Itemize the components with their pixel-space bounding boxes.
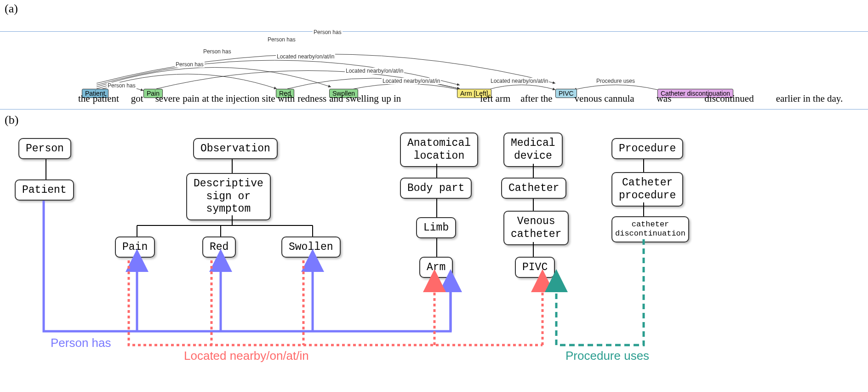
node-swollen: Swollen bbox=[281, 236, 341, 258]
node-med-device: Medical device bbox=[503, 133, 563, 167]
node-pain: Pain bbox=[115, 236, 155, 258]
arc-person-has-2: Person has bbox=[175, 61, 205, 68]
panel-b: Person Patient Observation Descriptive s… bbox=[0, 129, 868, 391]
panel-b-label: (b) bbox=[5, 113, 18, 127]
node-limb: Limb bbox=[416, 217, 456, 238]
arc-proc-uses: Procedure uses bbox=[595, 78, 636, 84]
tok-got: got bbox=[131, 93, 143, 104]
arc-person-has-4: Person has bbox=[267, 36, 297, 43]
tok-the: the bbox=[78, 93, 90, 104]
arc-person-has-3: Person has bbox=[202, 48, 232, 55]
tok-severe: severe bbox=[155, 93, 180, 104]
node-venous-cath: Venous catheter bbox=[503, 211, 569, 245]
tok-venous: venous cannula bbox=[575, 93, 634, 104]
tok-was: was bbox=[657, 93, 672, 104]
arc-person-has-5: Person has bbox=[313, 29, 343, 35]
node-red: Red bbox=[202, 236, 236, 258]
node-patient: Patient bbox=[15, 179, 74, 201]
node-anat-loc: Anatomical location bbox=[400, 133, 478, 167]
tok-and: and bbox=[329, 93, 343, 104]
panel-a-label: (a) bbox=[5, 2, 18, 16]
node-person: Person bbox=[18, 138, 71, 159]
node-cath-proc: Catheter procedure bbox=[611, 172, 683, 207]
node-catheter: Catheter bbox=[501, 178, 566, 199]
tok-swelling: swelling bbox=[346, 93, 379, 104]
node-cath-disc-leaf: catheter discontinuation bbox=[611, 216, 689, 242]
arc-person-has-1: Person has bbox=[107, 82, 137, 89]
node-procedure: Procedure bbox=[611, 138, 683, 159]
tok-disc: discontinued bbox=[704, 93, 754, 104]
arc-located-4: Located nearby/on/at/in bbox=[490, 78, 549, 84]
legend-proc-uses: Procedure uses bbox=[565, 349, 649, 363]
node-body-part: Body part bbox=[400, 178, 472, 199]
node-arm: Arm bbox=[419, 257, 453, 278]
arc-located-2: Located nearby/on/at/in bbox=[345, 68, 404, 74]
tok-patient: patient bbox=[93, 93, 119, 104]
legend-person-has: Person has bbox=[51, 336, 111, 350]
legend-located: Located nearby/on/at/in bbox=[184, 349, 309, 363]
arc-located-3: Located nearby/on/at/in bbox=[382, 78, 441, 84]
node-descriptive: Descriptive sign or symptom bbox=[186, 173, 271, 220]
tok-pain: pain bbox=[183, 93, 199, 104]
sentence: the patient got severe pain at the injec… bbox=[78, 93, 850, 104]
panel-a: Person has Person has Person has Person … bbox=[0, 31, 868, 110]
tok-earlier: earlier in the day. bbox=[776, 93, 843, 104]
tok-redness: redness bbox=[297, 93, 326, 104]
arc-located-1: Located nearby/on/at/in bbox=[276, 53, 335, 60]
tok-leftarm: left arm bbox=[480, 93, 510, 104]
node-pivc: PIVC bbox=[515, 257, 555, 278]
tok-upin: up in bbox=[382, 93, 401, 104]
tok-after: after the bbox=[520, 93, 552, 104]
node-observation: Observation bbox=[193, 138, 278, 159]
tok-inj: at the injection site with bbox=[202, 93, 295, 104]
